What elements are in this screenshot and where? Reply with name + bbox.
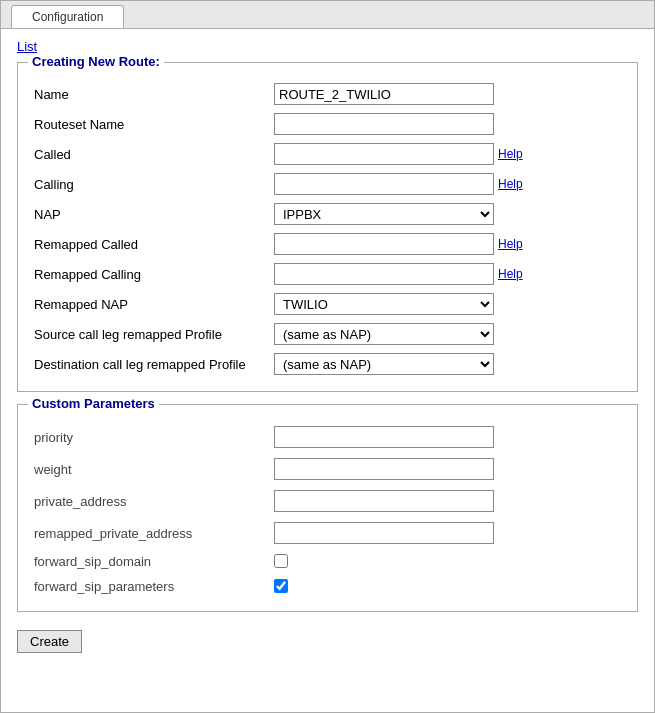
label-dest-profile: Destination call leg remapped Profile [30,349,270,379]
label-weight: weight [30,453,270,485]
label-name: Name [30,79,270,109]
select-remapped-nap[interactable]: TWILIO [274,293,494,315]
label-remapped-called: Remapped Called [30,229,270,259]
custom-row-remapped-private-address: remapped_private_address [30,517,625,549]
tab-configuration[interactable]: Configuration [11,5,124,28]
input-remapped-called[interactable] [274,233,494,255]
field-row-remapped-nap: Remapped NAP TWILIO [30,289,625,319]
field-row-remapped-called: Remapped Called Help [30,229,625,259]
custom-row-priority: priority [30,421,625,453]
form-table: Name Routeset Name [30,79,625,379]
custom-params-table: priority weight private_addr [30,421,625,599]
input-routeset-name[interactable] [274,113,494,135]
input-remapped-private-address[interactable] [274,522,494,544]
field-row-dest-profile: Destination call leg remapped Profile (s… [30,349,625,379]
label-remapped-private-address: remapped_private_address [30,517,270,549]
content-area: List Creating New Route: Name [1,29,654,669]
help-link-calling[interactable]: Help [498,177,523,191]
creating-new-route-legend: Creating New Route: [28,54,164,69]
input-calling[interactable] [274,173,494,195]
field-row-remapped-calling: Remapped Calling Help [30,259,625,289]
checkbox-forward-sip-domain[interactable] [274,554,288,568]
field-row-source-profile: Source call leg remapped Profile (same a… [30,319,625,349]
input-name[interactable] [274,83,494,105]
field-row-calling: Calling Help [30,169,625,199]
custom-row-private-address: private_address [30,485,625,517]
help-link-remapped-called[interactable]: Help [498,237,523,251]
custom-parameters-legend: Custom Parameters [28,396,159,411]
field-row-nap: NAP IPPBX [30,199,625,229]
select-nap[interactable]: IPPBX [274,203,494,225]
label-source-profile: Source call leg remapped Profile [30,319,270,349]
select-source-profile[interactable]: (same as NAP) [274,323,494,345]
input-priority[interactable] [274,426,494,448]
field-row-name: Name [30,79,625,109]
checkbox-forward-sip-parameters[interactable] [274,579,288,593]
list-link[interactable]: List [17,39,638,54]
tab-bar: Configuration [1,1,654,29]
creating-new-route-section: Creating New Route: Name Routes [17,62,638,392]
create-button[interactable]: Create [17,630,82,653]
main-window: Configuration List Creating New Route: N… [0,0,655,713]
select-dest-profile[interactable]: (same as NAP) [274,353,494,375]
custom-row-forward-sip-parameters: forward_sip_parameters [30,574,625,599]
custom-parameters-section: Custom Parameters priority weight [17,404,638,612]
label-remapped-calling: Remapped Calling [30,259,270,289]
input-called[interactable] [274,143,494,165]
help-link-remapped-calling[interactable]: Help [498,267,523,281]
field-row-called: Called Help [30,139,625,169]
custom-row-forward-sip-domain: forward_sip_domain [30,549,625,574]
custom-row-weight: weight [30,453,625,485]
label-forward-sip-parameters: forward_sip_parameters [30,574,270,599]
help-link-called[interactable]: Help [498,147,523,161]
label-private-address: private_address [30,485,270,517]
label-nap: NAP [30,199,270,229]
label-routeset-name: Routeset Name [30,109,270,139]
label-called: Called [30,139,270,169]
label-remapped-nap: Remapped NAP [30,289,270,319]
input-weight[interactable] [274,458,494,480]
label-calling: Calling [30,169,270,199]
label-forward-sip-domain: forward_sip_domain [30,549,270,574]
input-remapped-calling[interactable] [274,263,494,285]
label-priority: priority [30,421,270,453]
field-row-routeset-name: Routeset Name [30,109,625,139]
input-private-address[interactable] [274,490,494,512]
